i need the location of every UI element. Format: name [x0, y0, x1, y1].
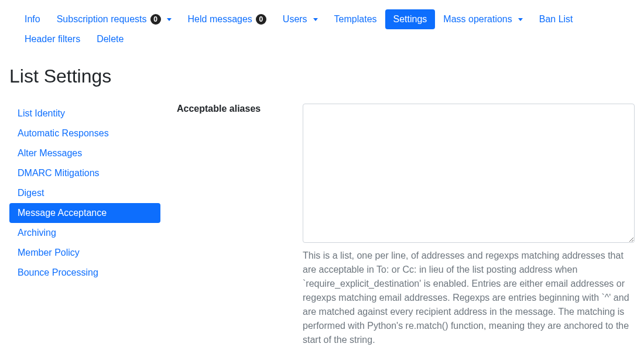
nav-info[interactable]: Info [16, 9, 49, 29]
nav-header-filters[interactable]: Header filters [16, 29, 88, 49]
nav-subscription-requests-label: Subscription requests [57, 14, 147, 25]
chevron-down-icon [167, 18, 172, 21]
chevron-down-icon [518, 18, 523, 21]
settings-side-nav: List Identity Automatic Responses Alter … [9, 104, 167, 283]
nav-users-label: Users [283, 14, 307, 25]
nav-settings[interactable]: Settings [385, 9, 436, 29]
sidenav-member-policy[interactable]: Member Policy [9, 243, 160, 263]
nav-mass-operations-label: Mass operations [443, 14, 512, 25]
sidenav-alter-messages[interactable]: Alter Messages [9, 143, 160, 163]
page-title: List Settings [9, 66, 635, 87]
sidenav-message-acceptance[interactable]: Message Acceptance [9, 203, 160, 223]
nav-subscription-requests[interactable]: Subscription requests 0 [49, 9, 180, 29]
nav-held-messages-label: Held messages [188, 14, 252, 25]
sidenav-list-identity[interactable]: List Identity [9, 104, 160, 123]
sidenav-dmarc-mitigations[interactable]: DMARC Mitigations [9, 163, 160, 183]
nav-ban-list[interactable]: Ban List [531, 9, 581, 29]
nav-mass-operations[interactable]: Mass operations [435, 9, 530, 29]
top-nav: Info Subscription requests 0 Held messag… [9, 9, 635, 49]
nav-delete[interactable]: Delete [88, 29, 132, 49]
sidenav-archiving[interactable]: Archiving [9, 223, 160, 243]
acceptable-aliases-help: This is a list, one per line, of address… [303, 249, 635, 347]
acceptable-aliases-label: Acceptable aliases [177, 104, 303, 114]
nav-users[interactable]: Users [275, 9, 326, 29]
settings-form: Acceptable aliases This is a list, one p… [167, 104, 635, 364]
acceptable-aliases-input[interactable] [303, 104, 635, 243]
held-messages-badge: 0 [256, 14, 266, 25]
sidenav-digest[interactable]: Digest [9, 183, 160, 203]
chevron-down-icon [313, 18, 318, 21]
subscription-requests-badge: 0 [150, 14, 161, 25]
sidenav-automatic-responses[interactable]: Automatic Responses [9, 123, 160, 143]
sidenav-bounce-processing[interactable]: Bounce Processing [9, 263, 160, 283]
nav-held-messages[interactable]: Held messages 0 [180, 9, 275, 29]
nav-templates[interactable]: Templates [326, 9, 385, 29]
